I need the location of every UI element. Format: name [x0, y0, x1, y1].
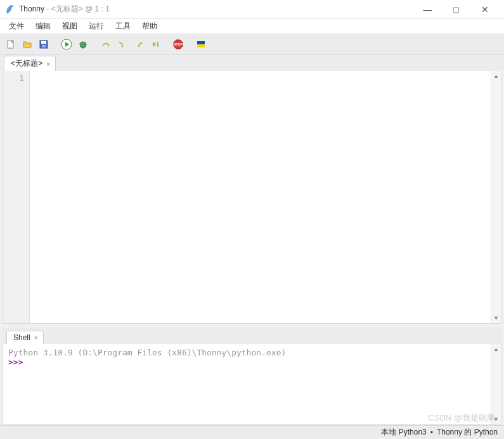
- code-editor[interactable]: [30, 71, 491, 323]
- shell-prompt: >>>: [8, 357, 23, 367]
- stop-icon[interactable]: STOP: [171, 37, 185, 51]
- menu-tools[interactable]: 工具: [110, 20, 136, 33]
- step-out-icon[interactable]: [132, 37, 146, 51]
- bug-icon[interactable]: [76, 37, 90, 51]
- menu-file[interactable]: 文件: [4, 20, 29, 33]
- window-controls: — □ ✕: [413, 0, 499, 19]
- app-title: Thonny - <无标题> @ 1 : 1: [19, 4, 110, 15]
- line-number: 1: [3, 73, 24, 83]
- menu-edit[interactable]: 编辑: [30, 20, 56, 33]
- editor-tab-row: <无标题> ×: [0, 54, 504, 71]
- toolbar: STOP: [0, 34, 504, 54]
- minimize-button[interactable]: —: [413, 0, 442, 19]
- save-disk-icon[interactable]: [37, 37, 51, 51]
- shell-pane: Python 3.10.9 (D:\Program Files (x86)\Th…: [3, 344, 501, 425]
- line-gutter: 1: [3, 71, 30, 323]
- svg-point-5: [81, 42, 86, 48]
- close-button[interactable]: ✕: [470, 0, 499, 19]
- resume-icon[interactable]: [148, 37, 162, 51]
- app-icon: [5, 4, 15, 15]
- scroll-down-icon[interactable]: ▼: [491, 414, 501, 424]
- svg-rect-2: [41, 41, 46, 44]
- editor-scrollbar[interactable]: ▲ ▼: [491, 71, 501, 323]
- close-icon[interactable]: ×: [34, 334, 38, 341]
- step-over-icon[interactable]: [99, 37, 113, 51]
- svg-line-8: [80, 42, 81, 43]
- status-interpreter[interactable]: 本地 Python3: [381, 427, 426, 438]
- editor-tab-label: <无标题>: [11, 58, 42, 69]
- editor-pane: 1 ▲ ▼: [3, 71, 501, 324]
- open-folder-icon[interactable]: [20, 37, 34, 51]
- shell-scrollbar[interactable]: ▲ ▼: [491, 344, 501, 424]
- status-backend[interactable]: Thonny 的 Python: [437, 427, 498, 438]
- status-bar: 本地 Python3 • Thonny 的 Python: [0, 425, 504, 439]
- svg-text:STOP: STOP: [174, 42, 183, 46]
- svg-rect-12: [157, 42, 158, 47]
- flag-icon[interactable]: [194, 37, 208, 51]
- close-icon[interactable]: ×: [46, 60, 50, 68]
- shell-tab-label: Shell: [13, 333, 30, 342]
- status-separator: •: [430, 428, 433, 437]
- shell-output[interactable]: Python 3.10.9 (D:\Program Files (x86)\Th…: [3, 344, 491, 424]
- scroll-down-icon[interactable]: ▼: [491, 313, 501, 323]
- svg-line-9: [85, 42, 86, 43]
- scroll-up-icon[interactable]: ▲: [491, 344, 501, 354]
- menu-view[interactable]: 视图: [57, 20, 82, 33]
- svg-rect-15: [197, 41, 205, 44]
- new-file-icon[interactable]: [4, 37, 18, 51]
- menu-run[interactable]: 运行: [84, 20, 109, 33]
- shell-tab[interactable]: Shell ×: [6, 331, 44, 344]
- shell-tab-row: Shell ×: [3, 328, 501, 344]
- step-into-icon[interactable]: [115, 37, 129, 51]
- menu-bar: 文件 编辑 视图 运行 工具 帮助: [0, 19, 504, 34]
- shell-banner: Python 3.10.9 (D:\Program Files (x86)\Th…: [8, 348, 486, 357]
- scroll-up-icon[interactable]: ▲: [491, 71, 501, 81]
- editor-tab[interactable]: <无标题> ×: [4, 56, 56, 71]
- play-icon[interactable]: [60, 37, 74, 51]
- svg-rect-3: [42, 45, 46, 48]
- maximize-button[interactable]: □: [442, 0, 470, 19]
- svg-rect-16: [197, 44, 205, 48]
- menu-help[interactable]: 帮助: [137, 20, 162, 33]
- title-bar: Thonny - <无标题> @ 1 : 1 — □ ✕: [0, 0, 504, 19]
